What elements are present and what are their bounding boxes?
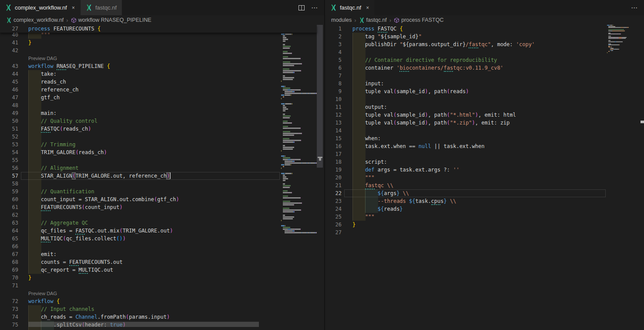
code-editor-left[interactable]: 40"""41}42Preview DAG43workflow RNASEQ_P… (0, 25, 324, 330)
breadcrumb-symbol[interactable]: workflow RNASEQ_PIPELINE (71, 17, 151, 23)
minimap-line (283, 209, 288, 211)
code-line-13[interactable]: tuple val(sample_id), path("*.zip"), emi… (365, 119, 510, 127)
code-line-3[interactable]: publishDir "${params.output_dir}/fastqc"… (365, 40, 535, 48)
code-line-63[interactable]: // Aggregate QC (41, 219, 88, 227)
code-line-2[interactable]: tag "${sample_id}" (365, 33, 422, 40)
code-token: ${ (409, 198, 415, 204)
horizontal-scrollbar[interactable] (28, 322, 259, 327)
code-line-26[interactable]: } (352, 221, 356, 229)
code-editor-right[interactable]: 1process FASTQC {2tag "${sample_id}"3pub… (325, 25, 644, 330)
scrollbar-handle[interactable] (319, 158, 321, 161)
tab-bar-right: fastqc.nf × ⋯ (325, 0, 644, 15)
code-line-47[interactable]: gtf_ch (41, 94, 60, 101)
code-line-27[interactable]: process FEATURECOUNTS { (28, 25, 101, 33)
breadcrumb-file[interactable]: fastqc.nf (359, 17, 387, 23)
codelens[interactable]: Preview DAG (28, 54, 57, 62)
code-line-73[interactable]: // Input channels (41, 305, 94, 313)
minimap-line (285, 173, 292, 174)
line-number: 58 (0, 180, 18, 188)
line-number: 56 (0, 164, 18, 172)
code-line-23[interactable]: --threads ${task.cpus} \\ (378, 197, 456, 205)
code-line-24[interactable]: ${reads} (378, 205, 403, 213)
code-token: ) (88, 126, 91, 132)
more-actions-icon[interactable]: ⋯ (631, 4, 638, 12)
code-line-8[interactable]: input: (365, 80, 384, 88)
minimap-line (293, 232, 302, 233)
tab-fastqc-right[interactable]: fastqc.nf × (325, 0, 375, 15)
split-editor-icon[interactable] (298, 4, 305, 11)
code-line-25[interactable]: """ (365, 213, 375, 221)
code-line-53[interactable]: // Trimming (41, 141, 75, 148)
code-line-22[interactable]: ${args} \\ (378, 189, 409, 197)
code-line-11[interactable]: output: (365, 103, 387, 111)
code-line-68[interactable]: counts = FEATURECOUNTS.out (41, 258, 123, 266)
code-token: { (399, 26, 402, 32)
code-token: } (28, 40, 31, 46)
sticky-scroll-line[interactable]: 27process FEATURECOUNTS { (0, 25, 317, 33)
close-icon[interactable]: × (366, 5, 369, 11)
editor-group-right: fastqc.nf × ⋯ modules › fastqc.nf › (324, 0, 644, 330)
vertical-scrollbar[interactable] (317, 25, 323, 168)
code-token: emit: (41, 251, 57, 257)
code-line-74[interactable]: ch_reads = Channel.fromPath(params.input… (41, 313, 170, 321)
indent-guide (352, 72, 366, 80)
code-line-69[interactable]: qc_report = MULTIQC.out (41, 266, 113, 274)
code-line-57[interactable]: STAR_ALIGN(TRIM_GALORE.out, reference_ch… (41, 172, 171, 180)
code-line-20[interactable]: """ (365, 174, 375, 182)
code-line-70[interactable]: } (28, 274, 31, 282)
code-line-44[interactable]: take: (41, 70, 57, 78)
minimap-line (283, 227, 290, 228)
code-line-51[interactable]: FASTQC(reads_ch) (41, 125, 91, 133)
code-token: .fromPath (97, 314, 126, 320)
code-line-49[interactable]: main: (41, 109, 57, 117)
code-line-54[interactable]: TRIM_GALORE(reads_ch) (41, 148, 107, 156)
code-line-6[interactable]: container 'biocontainers/fastqc:v0.11.9_… (365, 64, 503, 72)
code-line-9[interactable]: tuple val(sample_id), path(reads) (365, 88, 469, 95)
minimap-line (283, 197, 287, 199)
code-line-41[interactable]: } (28, 39, 31, 47)
code-line-72[interactable]: workflow { (28, 297, 60, 305)
code-token: , path (428, 88, 446, 94)
codelens[interactable]: Preview DAG (28, 290, 57, 297)
code-line-1[interactable]: process FASTQC { (352, 25, 403, 33)
code-line-15[interactable]: when: (365, 135, 381, 142)
indent-guide (28, 172, 41, 180)
code-token (50, 26, 54, 32)
code-line-67[interactable]: emit: (41, 250, 57, 258)
code-line-59[interactable]: // Quantification (41, 188, 94, 195)
line-number: 57 (0, 172, 18, 180)
code-line-45[interactable]: reads_ch (41, 78, 66, 86)
code-line-46[interactable]: reference_ch (41, 86, 79, 94)
code-line-5[interactable]: // Container directive for reproducibili… (365, 56, 497, 64)
minimap-line (283, 46, 291, 47)
code-line-65[interactable]: MULTIQC(qc_files.collect()) (41, 235, 126, 242)
code-line-56[interactable]: // Alignment (41, 164, 79, 172)
code-line-50[interactable]: // Quality control (41, 117, 97, 125)
indent-guide (28, 203, 41, 211)
minimap[interactable] (281, 25, 317, 330)
minimap-line (283, 56, 288, 57)
breadcrumb-file[interactable]: complex_workflow.nf (6, 17, 64, 23)
minimap[interactable] (607, 25, 631, 330)
indent-guide (352, 88, 366, 95)
code-token: reads_ch (79, 149, 104, 155)
tab-complex-workflow[interactable]: complex_workflow.nf × (0, 0, 80, 15)
code-line-16[interactable]: task.ext.when == null || task.ext.when (365, 142, 485, 150)
code-line-21[interactable]: fastqc \\ (365, 182, 393, 189)
tab-fastqc-left[interactable]: fastqc.nf (80, 0, 122, 15)
more-actions-icon[interactable]: ⋯ (311, 4, 318, 12)
code-line-60[interactable]: count_input = STAR_ALIGN.out.combine(gtf… (41, 195, 179, 203)
code-token: TRIM_GALORE.out, reference_ch (75, 173, 167, 179)
code-line-64[interactable]: qc_files = FASTQC.out.mix(TRIM_GALORE.ou… (41, 227, 173, 235)
code-line-18[interactable]: script: (365, 158, 387, 166)
minimap-line (285, 94, 290, 96)
code-token: main: (41, 110, 57, 116)
breadcrumb-folder[interactable]: modules (331, 17, 352, 23)
close-icon[interactable]: × (72, 5, 75, 11)
code-line-19[interactable]: def args = task.ext.args ?: '' (365, 166, 460, 174)
code-line-61[interactable]: FEATURECOUNTS(count_input) (41, 203, 123, 211)
breadcrumb-symbol[interactable]: process FASTQC (394, 17, 443, 23)
code-line-12[interactable]: tuple val(sample_id), path("*.html"), em… (365, 111, 516, 119)
code-line-43[interactable]: workflow RNASEQ_PIPELINE { (28, 62, 110, 70)
indent-guide (28, 180, 41, 188)
